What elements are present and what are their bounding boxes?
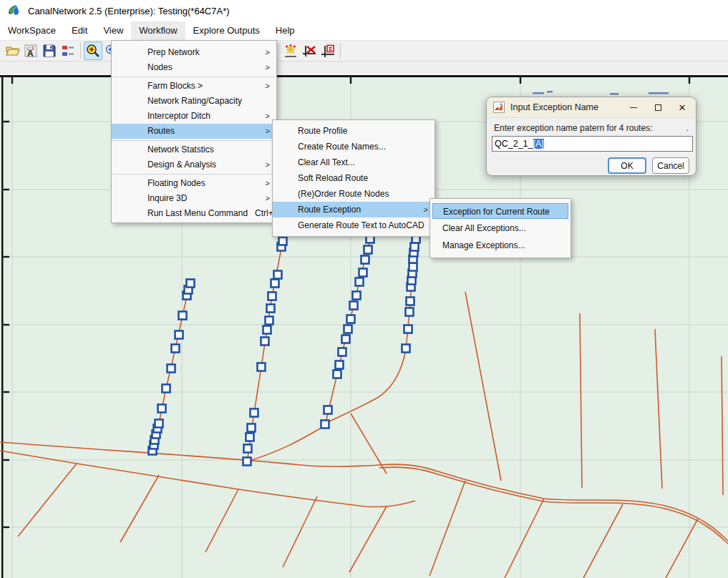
cancel-button[interactable]: Cancel xyxy=(652,157,689,174)
input-exception-name-dialog: Input Exception Name ✕ Enter exception n… xyxy=(486,97,697,176)
menubar-item[interactable]: WorkSpace xyxy=(0,21,64,40)
menu-separator xyxy=(112,174,276,175)
submenu-arrow-icon: > xyxy=(266,109,270,124)
toolbar: c,3 A xyxy=(0,40,728,62)
window-title: CanalNetwork 2.5 (Enterprise): Testing(*… xyxy=(28,6,230,16)
app-window: CanalNetwork 2.5 (Enterprise): Testing(*… xyxy=(0,0,728,578)
title-bar: CanalNetwork 2.5 (Enterprise): Testing(*… xyxy=(0,0,728,21)
menubar-item[interactable]: Workflow xyxy=(131,21,185,40)
menu-item[interactable]: Route Profile xyxy=(273,123,435,139)
menu-item[interactable]: Manage Exceptions... xyxy=(430,237,571,254)
toolbar-separator xyxy=(340,43,341,59)
submenu-arrow-icon: > xyxy=(266,157,270,172)
route-exception-submenu: Exception for Current Route Clear All Ex… xyxy=(429,198,571,258)
menu-item[interactable]: Network Statstics xyxy=(112,142,276,157)
submenu-arrow-icon: > xyxy=(266,191,270,206)
menu-item[interactable]: Clear All Text... xyxy=(273,155,435,170)
minimize-button[interactable] xyxy=(624,99,643,115)
submenu-arrow-icon: > xyxy=(266,79,270,94)
text-style-icon[interactable]: c,3 A xyxy=(21,41,40,60)
menubar-item[interactable]: Edit xyxy=(64,21,95,40)
submenu-arrow-icon: > xyxy=(266,124,270,139)
submenu-arrow-icon: > xyxy=(266,60,270,75)
menu-item[interactable]: Clear All Exceptions... xyxy=(430,220,571,237)
menu-item[interactable]: Design & Analysis > xyxy=(112,157,276,172)
input-text: QC_2_1_ xyxy=(495,139,533,149)
toolbar-gap xyxy=(0,62,728,74)
menu-item[interactable]: Exception for Current Route xyxy=(432,203,568,219)
menu-item[interactable]: Generate Route Text to AutoCAD xyxy=(273,217,435,233)
menu-item[interactable]: Nodes > xyxy=(112,60,276,75)
menu-separator xyxy=(112,140,276,141)
workflow-menu: Prep Network > Nodes > Farm Blocks > > N… xyxy=(111,40,277,223)
menu-item[interactable]: Run Last Menu CommandCtrl+1 xyxy=(112,206,276,221)
submenu-arrow-icon: > xyxy=(424,202,428,217)
dialog-title: Input Exception Name xyxy=(510,102,618,112)
dialog-body: Enter exception name patern for 4 routes… xyxy=(487,118,696,174)
menu-item[interactable]: (Re)Order Route Nodes xyxy=(273,186,435,202)
menu-item[interactable]: Network Rating/Capacity xyxy=(112,94,276,109)
matlab-icon xyxy=(493,102,505,113)
menu-item[interactable]: Soft Reload Route xyxy=(273,170,435,186)
menu-separator xyxy=(112,77,276,77)
close-button[interactable]: ✕ xyxy=(673,99,691,115)
menu-item[interactable]: Interceptor Ditch > xyxy=(112,109,276,124)
save-icon[interactable] xyxy=(40,41,59,60)
layer-list-icon[interactable] xyxy=(59,41,77,60)
menu-bar: WorkSpace Edit View Workflow Explore Out… xyxy=(0,21,728,40)
add-node-icon[interactable] xyxy=(281,41,300,60)
menu-item[interactable]: Routes > xyxy=(112,124,276,139)
menubar-item[interactable]: View xyxy=(95,21,131,40)
ok-button[interactable]: OK xyxy=(608,157,646,174)
menu-item[interactable]: Prep Network > xyxy=(112,45,276,60)
edit-node-icon[interactable] xyxy=(319,41,337,60)
routes-submenu: Route Profile Create Route Names... Clea… xyxy=(272,119,435,237)
menu-item[interactable]: Inquire 3D > xyxy=(112,191,276,206)
submenu-arrow-icon: > xyxy=(266,45,270,60)
svg-text:A: A xyxy=(27,49,34,59)
toolbar-separator xyxy=(80,43,81,59)
dialog-title-bar[interactable]: Input Exception Name ✕ xyxy=(487,97,696,118)
delete-node-icon[interactable] xyxy=(300,41,319,60)
app-logo-icon xyxy=(7,4,21,18)
dialog-prompt-label: Enter exception name patern for 4 routes… xyxy=(494,123,652,133)
menubar-item[interactable]: Explore Outputs xyxy=(185,21,268,40)
menu-item[interactable]: Floating Nodes > xyxy=(112,176,276,191)
maximize-button[interactable] xyxy=(649,99,667,115)
submenu-arrow-icon: > xyxy=(266,176,270,191)
menu-item[interactable]: Route Exception > xyxy=(273,202,435,217)
open-folder-icon[interactable] xyxy=(3,41,21,60)
menubar-item[interactable]: Help xyxy=(268,21,303,40)
zoom-in-icon[interactable] xyxy=(84,41,102,60)
dialog-prompt-trailing-dot: . xyxy=(686,123,689,133)
input-selected-text: [A] xyxy=(533,139,544,149)
menu-item[interactable]: Create Route Names... xyxy=(273,139,435,155)
exception-name-input[interactable]: QC_2_1_[A] xyxy=(492,136,693,152)
menu-item[interactable]: Farm Blocks > > xyxy=(112,79,276,94)
